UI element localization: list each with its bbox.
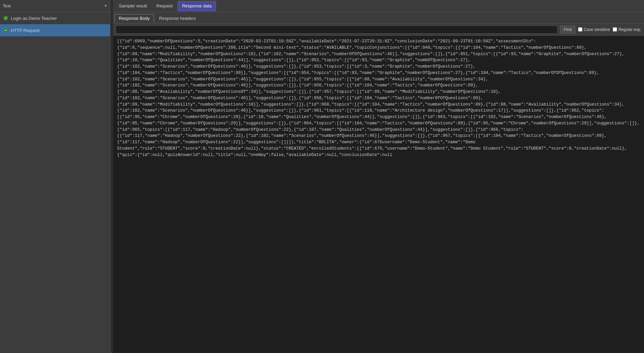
- case-sensitive-label[interactable]: Case sensitive: [578, 27, 610, 32]
- sidebar-item-label-http-request: HTTP Request: [11, 28, 40, 33]
- sidebar-item-label-login-demo-teacher: Login as Demo Teacher: [11, 16, 57, 21]
- sidebar-items: Login as Demo Teacher HTTP Request: [0, 12, 110, 353]
- regex-label[interactable]: Regular exp.: [613, 27, 641, 32]
- sub-tab-response-body[interactable]: Response Body: [114, 14, 154, 23]
- tab-request[interactable]: Request: [152, 1, 177, 11]
- sidebar-header: Text ▼: [0, 0, 110, 12]
- search-bar: Find Case sensitive Regular exp.: [113, 24, 644, 36]
- sidebar: Text ▼ Login as Demo Teacher: [0, 0, 110, 353]
- tab-sampler-result[interactable]: Sampler result: [114, 1, 151, 11]
- top-tabs: Sampler result Request Response data: [113, 0, 644, 12]
- case-sensitive-text: Case sensitive: [584, 27, 610, 32]
- sidebar-item-login-demo-teacher[interactable]: Login as Demo Teacher: [0, 12, 110, 24]
- pane-divider[interactable]: · · ·: [110, 0, 113, 353]
- tab-response-data[interactable]: Response data: [178, 1, 216, 11]
- search-input[interactable]: [116, 26, 558, 34]
- regex-text: Regular exp.: [618, 27, 641, 32]
- find-button[interactable]: Find: [560, 26, 575, 34]
- sidebar-title: Text: [3, 3, 11, 8]
- shield-icon-2: [3, 27, 9, 33]
- response-content: [{"id":6969,"numberOfQuestions":5,"creat…: [113, 36, 644, 353]
- sidebar-item-http-request[interactable]: HTTP Request: [0, 24, 110, 36]
- sub-tabs: Response Body Response headers: [113, 12, 644, 24]
- right-panel: Sampler result Request Response data Res…: [113, 0, 644, 353]
- chevron-down-icon[interactable]: ▼: [104, 4, 107, 8]
- shield-icon: [3, 15, 9, 21]
- regex-checkbox[interactable]: [613, 27, 617, 32]
- main-layout: Text ▼ Login as Demo Teacher: [0, 0, 644, 353]
- case-sensitive-checkbox[interactable]: [578, 27, 582, 32]
- sub-tab-response-headers[interactable]: Response headers: [155, 14, 200, 23]
